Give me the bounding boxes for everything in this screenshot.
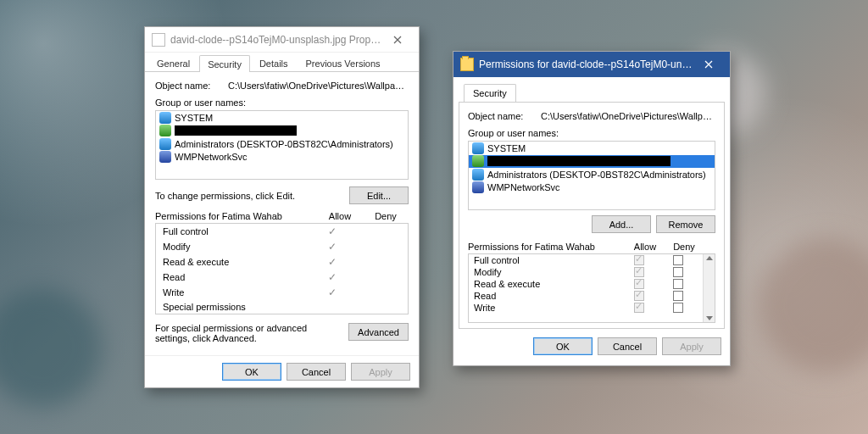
deny-checkbox[interactable]: [659, 291, 698, 301]
user-row[interactable]: SYSTEM: [156, 111, 408, 125]
tab-general[interactable]: General: [148, 54, 198, 71]
permission-row: Modify✓: [156, 239, 408, 254]
permission-name: Read: [474, 291, 620, 301]
remove-button[interactable]: Remove: [656, 215, 715, 233]
deny-header: Deny: [665, 242, 704, 252]
permission-name: Full control: [163, 226, 309, 236]
folder-icon: [460, 58, 474, 71]
group-users-label: Group or user names:: [468, 128, 715, 138]
permissions-titlebar: Permissions for david-clode--pS14oTejM0-…: [453, 52, 730, 77]
deny-checkbox[interactable]: [659, 279, 698, 289]
allow-cell: ✓: [309, 256, 355, 268]
allow-header: Allow: [317, 211, 363, 221]
permissions-dialog: Permissions for david-clode--pS14oTejM0-…: [453, 51, 731, 366]
deny-checkbox[interactable]: [659, 303, 698, 313]
group-users-label: Group or user names:: [155, 97, 409, 108]
user-row[interactable]: WMPNetworkSvc: [156, 151, 408, 164]
permission-row: Read: [469, 290, 703, 302]
group-users-list[interactable]: SYSTEMAdministrators (DESKTOP-0BST82C\Ad…: [155, 110, 409, 180]
cancel-button[interactable]: Cancel: [598, 337, 657, 355]
scroll-down-icon[interactable]: [706, 316, 713, 320]
permission-row: Write✓: [156, 285, 408, 300]
permission-name: Read & execute: [163, 257, 309, 267]
permission-name: Read & execute: [474, 279, 620, 289]
user-row[interactable]: Administrators (DESKTOP-0BST82C\Administ…: [469, 168, 715, 181]
allow-cell: ✓: [309, 287, 355, 298]
allow-checkbox[interactable]: [620, 267, 659, 277]
properties-titlebar: david-clode--pS14oTejM0-unsplash.jpg Pro…: [145, 27, 419, 53]
permission-row: Full control: [469, 254, 703, 266]
tab-details[interactable]: Details: [251, 54, 297, 71]
advanced-helper-text: For special permissions or advanced sett…: [155, 323, 348, 343]
user-icon: [159, 151, 171, 163]
permissions-for-label: Permissions for Fatima Wahab: [468, 242, 626, 252]
permission-row: Write: [469, 302, 703, 314]
group-users-list[interactable]: SYSTEMAdministrators (DESKTOP-0BST82C\Ad…: [468, 141, 715, 210]
properties-dialog: david-clode--pS14oTejM0-unsplash.jpg Pro…: [144, 26, 420, 388]
tab-security[interactable]: Security: [199, 55, 250, 72]
permission-row: Read & execute✓: [156, 254, 408, 270]
permissions-list: Full controlModifyRead & executeReadWrit…: [468, 253, 715, 323]
permission-name: Full control: [474, 255, 620, 265]
allow-checkbox[interactable]: [620, 303, 659, 313]
permission-row: Full control✓: [156, 224, 408, 239]
ok-button[interactable]: OK: [533, 337, 593, 355]
permission-name: Write: [474, 303, 620, 313]
user-icon: [159, 138, 171, 150]
permission-row: Read✓: [156, 270, 408, 285]
cancel-button[interactable]: Cancel: [287, 363, 346, 381]
permissions-list: Full control✓Modify✓Read & execute✓Read✓…: [155, 223, 409, 314]
close-icon[interactable]: [383, 31, 412, 49]
user-row[interactable]: [156, 125, 408, 138]
allow-cell: ✓: [309, 271, 355, 283]
user-icon: [472, 142, 484, 154]
object-name-value: C:\Users\fatiw\OneDrive\Pictures\Wallpap…: [228, 81, 409, 91]
properties-title: david-clode--pS14oTejM0-unsplash.jpg Pro…: [170, 34, 383, 46]
allow-cell: ✓: [309, 241, 355, 253]
permission-name: Modify: [163, 242, 309, 252]
edit-helper-text: To change permissions, click Edit.: [155, 191, 349, 201]
allow-checkbox[interactable]: [620, 279, 659, 289]
user-row[interactable]: WMPNetworkSvc: [469, 181, 715, 195]
object-name-label: Object name:: [468, 111, 541, 121]
permission-name: Modify: [474, 267, 620, 277]
user-row[interactable]: [469, 155, 715, 169]
user-icon: [159, 125, 171, 136]
permission-row: Read & execute: [469, 278, 703, 290]
permission-row: Modify: [469, 266, 703, 278]
deny-checkbox[interactable]: [659, 255, 698, 265]
object-name-label: Object name:: [155, 81, 228, 91]
user-row[interactable]: Administrators (DESKTOP-0BST82C\Administ…: [156, 137, 408, 151]
user-row[interactable]: SYSTEM: [469, 142, 715, 155]
permission-name: Special permissions: [163, 302, 309, 312]
permissions-title: Permissions for david-clode--pS14oTejM0-…: [479, 58, 694, 70]
close-icon[interactable]: [694, 55, 723, 74]
deny-checkbox[interactable]: [659, 267, 698, 277]
file-icon: [152, 33, 165, 47]
permission-name: Write: [163, 287, 309, 298]
apply-button[interactable]: Apply: [351, 363, 410, 381]
allow-header: Allow: [626, 242, 665, 252]
scrollbar[interactable]: [703, 254, 715, 322]
scroll-up-icon[interactable]: [706, 256, 713, 260]
allow-checkbox[interactable]: [620, 291, 659, 301]
permission-row: Special permissions: [156, 300, 408, 314]
user-icon: [472, 181, 484, 193]
user-icon: [472, 155, 484, 167]
permission-name: Read: [163, 272, 309, 282]
add-button[interactable]: Add...: [592, 215, 651, 233]
allow-cell: ✓: [309, 225, 355, 237]
apply-button[interactable]: Apply: [662, 337, 721, 355]
permissions-for-label: Permissions for Fatima Wahab: [155, 211, 317, 221]
allow-checkbox[interactable]: [620, 255, 659, 265]
advanced-button[interactable]: Advanced: [348, 323, 409, 341]
object-name-value: C:\Users\fatiw\OneDrive\Pictures\Wallpap…: [541, 111, 715, 121]
deny-header: Deny: [363, 211, 409, 221]
ok-button[interactable]: OK: [222, 363, 281, 381]
edit-button[interactable]: Edit...: [349, 186, 409, 204]
properties-tabs: General Security Details Previous Versio…: [145, 53, 419, 72]
user-icon: [472, 169, 484, 181]
user-icon: [159, 112, 171, 124]
tab-previous-versions[interactable]: Previous Versions: [298, 54, 389, 71]
tab-security[interactable]: Security: [464, 84, 516, 102]
